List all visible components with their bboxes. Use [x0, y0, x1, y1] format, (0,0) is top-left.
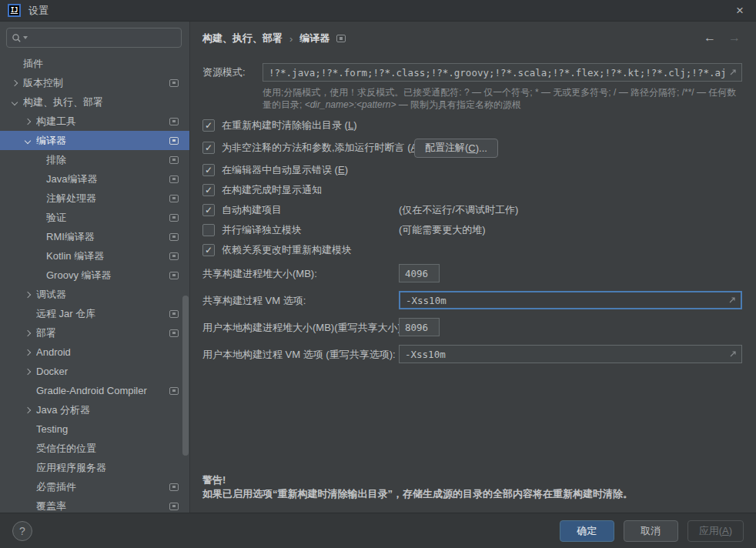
shared-heap-input[interactable]: 4096 [399, 264, 440, 282]
close-icon[interactable]: × [731, 4, 748, 17]
no-chevron [24, 503, 32, 510]
auto-build-label: 自动构建项目 [222, 203, 282, 217]
parallel-compile-note: (可能需要更大的堆) [399, 223, 486, 237]
breadcrumb-compiler[interactable]: 编译器 [299, 32, 329, 45]
sidebar-item-testing[interactable]: Testing [0, 419, 189, 439]
sidebar-item-android[interactable]: Android [0, 342, 189, 362]
resource-patterns-value: !?*.java;!?*.form;!?*.class;!?*.groovy;!… [269, 67, 727, 79]
dialog-footer: ? 确定 取消 应用(A) [0, 513, 756, 548]
resource-patterns-help: 使用;分隔模式，使用！求反模式。已接受通配符: ? — 仅一个符号; * — 无… [263, 86, 743, 111]
settings-tree: 插件 版本控制 构建、执行、部署 构建工具 编译器 排除 Java编译器 注解处… [0, 54, 189, 513]
no-chevron [34, 233, 42, 241]
no-chevron [24, 426, 32, 433]
sidebar-item-remote-jar-repositories[interactable]: 远程 Jar 仓库 [0, 304, 189, 323]
sidebar-item-trusted-locations[interactable]: 受信任的位置 [0, 439, 189, 458]
configure-annotations-button[interactable]: 配置注解(C)... [414, 139, 498, 158]
search-input[interactable] [32, 32, 176, 45]
settings-card-icon [169, 118, 179, 125]
sidebar-item-annotation-processors[interactable]: 注解处理器 [0, 189, 189, 208]
sidebar-item-deployment[interactable]: 部署 [0, 323, 189, 342]
rebuild-on-dependency-checkbox[interactable]: ✓ [202, 244, 215, 256]
show-errors-label: 在编辑器中自动显示错误 (E) [222, 163, 348, 177]
build-notification-checkbox[interactable]: ✓ [202, 184, 215, 196]
chevron-right-icon[interactable] [24, 368, 32, 376]
resource-patterns-input[interactable]: !?*.java;!?*.form;!?*.class;!?*.groovy;!… [263, 63, 742, 82]
settings-content: 构建、执行、部署 › 编译器 ← → 资源模式: !?*.java;!?*.fo… [191, 22, 756, 513]
sidebar-scrollbar[interactable] [182, 296, 189, 456]
chevron-down-icon[interactable] [11, 99, 18, 106]
sidebar-item-rmi-compiler[interactable]: RMI编译器 [0, 227, 189, 246]
user-vm-options-row: 用户本地构建过程 VM 选项 (重写共享选项): -Xss10m [202, 341, 742, 368]
auto-build-checkbox[interactable]: ✓ [202, 204, 215, 216]
resource-patterns-row: 资源模式: !?*.java;!?*.form;!?*.class;!?*.gr… [202, 63, 742, 82]
settings-card-icon [169, 175, 179, 183]
user-heap-input[interactable]: 8096 [399, 318, 440, 336]
settings-card-icon [169, 387, 179, 395]
sidebar-item-validation[interactable]: 验证 [0, 208, 189, 227]
clear-output-checkbox[interactable]: ✓ [202, 119, 215, 132]
runtime-assertions-row: ✓ 为非空注释的方法和参数,添加运行时断言 (A) 配置注解(C)... [202, 135, 742, 160]
runtime-assertions-checkbox[interactable]: ✓ [202, 142, 215, 154]
runtime-assertions-label: 为非空注释的方法和参数,添加运行时断言 (A) [222, 141, 421, 155]
title-bar: IJ 设置 × [0, 0, 756, 22]
breadcrumb: 构建、执行、部署 › 编译器 [202, 32, 346, 45]
sidebar-item-docker[interactable]: Docker [0, 362, 189, 381]
warning-block: 警告! 如果已启用选项“重新构建时清除输出目录”，存储生成源的目录的全部内容将在… [202, 473, 633, 501]
show-errors-checkbox[interactable]: ✓ [202, 164, 215, 176]
help-icon[interactable]: ? [12, 521, 32, 541]
sidebar-item-build-tools[interactable]: 构建工具 [0, 112, 189, 131]
no-chevron [24, 483, 32, 491]
clear-output-label: 在重新构建时清除输出目录 (L) [222, 119, 357, 132]
sidebar-item-kotlin-compiler[interactable]: Kotlin 编译器 [0, 246, 189, 266]
back-arrow-icon[interactable]: ← [704, 30, 716, 45]
build-notification-row: ✓ 在构建完成时显示通知 [202, 180, 742, 200]
expand-field-icon[interactable] [729, 68, 737, 76]
chevron-right-icon[interactable] [24, 349, 32, 356]
shared-heap-label: 共享构建进程堆大小(MB): [202, 268, 317, 279]
apply-button[interactable]: 应用(A) [687, 520, 744, 542]
sidebar-item-required-plugins[interactable]: 必需插件 [0, 477, 189, 496]
rebuild-on-dependency-label: 依赖关系更改时重新构建模块 [222, 243, 352, 257]
sidebar-item-gradle-android-compiler[interactable]: Gradle-Android Compiler [0, 381, 189, 400]
sidebar-item-excludes[interactable]: 排除 [0, 150, 189, 169]
parallel-compile-label: 并行编译独立模块 [222, 223, 302, 237]
sidebar-item-application-servers[interactable]: 应用程序服务器 [0, 458, 189, 477]
parallel-compile-row: 并行编译独立模块 (可能需要更大的堆) [202, 220, 742, 240]
parallel-compile-checkbox[interactable] [202, 224, 215, 236]
settings-card-icon [169, 329, 179, 337]
sidebar-item-build-execution-deployment[interactable]: 构建、执行、部署 [0, 92, 189, 112]
shared-vm-options-input[interactable]: -Xss10m [399, 291, 742, 309]
dialog-buttons: 确定 取消 应用(A) [560, 520, 744, 542]
settings-search-box[interactable] [6, 28, 182, 48]
breadcrumb-build-execution-deployment[interactable]: 构建、执行、部署 [202, 32, 283, 45]
warning-body: 如果已启用选项“重新构建时清除输出目录”，存储生成源的目录的全部内容将在重新构建… [202, 487, 633, 501]
sidebar-item-plugins[interactable]: 插件 [0, 54, 189, 73]
settings-sidebar: 插件 版本控制 构建、执行、部署 构建工具 编译器 排除 Java编译器 注解处… [0, 22, 190, 513]
chevron-down-icon[interactable] [24, 137, 32, 145]
chevron-right-icon[interactable] [24, 118, 32, 125]
expand-field-icon[interactable] [729, 350, 737, 358]
sidebar-item-java-compiler[interactable]: Java编译器 [0, 169, 189, 189]
user-heap-row: 用户本地构建进程堆大小(MB)(重写共享大小): 8096 [202, 314, 742, 341]
settings-card-icon [169, 156, 179, 164]
rebuild-on-dependency-row: ✓ 依赖关系更改时重新构建模块 [202, 240, 742, 260]
search-options-caret-icon[interactable] [23, 36, 28, 39]
sidebar-item-java-profiler[interactable]: Java 分析器 [0, 400, 189, 419]
user-vm-options-input[interactable]: -Xss10m [399, 345, 742, 363]
expand-field-icon[interactable] [728, 296, 736, 304]
chevron-right-icon[interactable] [11, 79, 18, 87]
sidebar-item-groovy-compiler[interactable]: Groovy 编译器 [0, 266, 189, 285]
sidebar-item-debugger[interactable]: 调试器 [0, 285, 189, 304]
settings-dialog: IJ 设置 × 插件 版本控制 构建、执行、部署 构建工具 编译器 排除 J [0, 0, 756, 548]
ok-button[interactable]: 确定 [560, 520, 614, 542]
no-chevron [34, 214, 42, 222]
sidebar-item-coverage[interactable]: 覆盖率 [0, 496, 189, 513]
chevron-right-icon[interactable] [24, 291, 32, 299]
sidebar-item-compiler[interactable]: 编译器 [0, 131, 189, 150]
chevron-right-icon[interactable] [24, 406, 32, 414]
sidebar-item-version-control[interactable]: 版本控制 [0, 73, 189, 92]
chevron-right-icon[interactable] [24, 329, 32, 337]
no-chevron [24, 387, 32, 395]
cancel-button[interactable]: 取消 [624, 520, 678, 542]
no-chevron [34, 272, 42, 279]
